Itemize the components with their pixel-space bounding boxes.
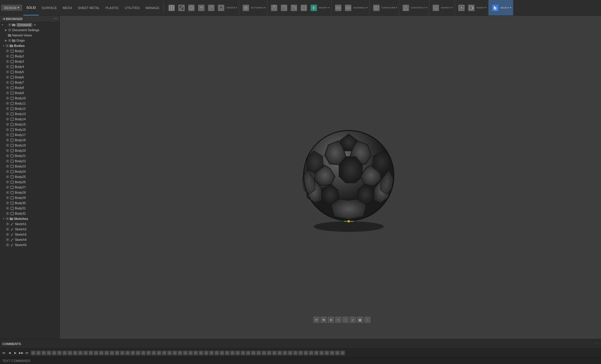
timeline-step-28[interactable] [178, 351, 182, 355]
tree-item-sketch5[interactable]: Sketch5 [0, 242, 59, 248]
joint-button[interactable] [333, 4, 343, 12]
body-eye-icon[interactable] [6, 143, 10, 147]
timeline-step-4[interactable] [52, 351, 57, 355]
tree-item-body6[interactable]: Body6 [0, 75, 59, 80]
timeline-step-19[interactable] [131, 351, 135, 355]
comments-expand-icon[interactable]: ⋯ [595, 342, 599, 346]
extrude-button[interactable] [196, 4, 206, 12]
timeline-step-14[interactable] [104, 351, 109, 355]
timeline-step-38[interactable] [230, 351, 235, 355]
tree-item-body7[interactable]: Body7 [0, 80, 59, 85]
timeline-play-btn[interactable]: ▶ [13, 350, 18, 356]
timeline-step-15[interactable] [110, 351, 114, 355]
timeline-step-48[interactable] [283, 351, 287, 355]
timeline-step-20[interactable] [136, 351, 140, 355]
body-eye-icon[interactable] [6, 86, 10, 90]
root-visibility-icon[interactable] [8, 23, 12, 27]
chamfer-button[interactable] [289, 4, 299, 12]
tree-item-body21[interactable]: Body21 [0, 153, 59, 158]
tree-sketches-folder[interactable]: ▾ Sketches [0, 216, 59, 221]
body-eye-icon[interactable] [6, 149, 10, 153]
browser-tree[interactable]: ▾ [Unsaved] ☀ ▶ Document Settings [0, 22, 59, 339]
orbit-btn[interactable]: ⟳ [313, 317, 320, 323]
timeline-step-9[interactable] [78, 351, 83, 355]
timeline-step-52[interactable] [304, 351, 308, 355]
display-btn[interactable]: ▦ [357, 317, 363, 323]
tree-item-body9[interactable]: Body9 [0, 90, 59, 96]
timeline-step-49[interactable] [288, 351, 292, 355]
tree-item-body30[interactable]: Body30 [0, 200, 59, 206]
tree-item-body17[interactable]: Body17 [0, 132, 59, 137]
timeline-step-31[interactable] [193, 351, 198, 355]
automate-btn1[interactable] [241, 4, 251, 12]
new-component-button[interactable] [167, 4, 177, 12]
tab-plastic[interactable]: PLASTIC [103, 0, 122, 15]
timeline-step-51[interactable] [298, 351, 303, 355]
tree-item-body8[interactable]: Body8 [0, 85, 59, 90]
timeline-step-56[interactable] [325, 351, 329, 355]
select-btn[interactable] [490, 4, 500, 12]
tab-mesh[interactable]: MESH [60, 0, 75, 15]
timeline-step-32[interactable] [199, 351, 203, 355]
configure-btn[interactable] [371, 4, 381, 12]
viewport[interactable]: ⟳ ✥ ⊕ + − ⤢ ▦ ⋮ [60, 16, 601, 339]
timeline-step-42[interactable] [251, 351, 256, 355]
body-eye-icon[interactable] [6, 175, 10, 179]
body-eye-icon[interactable] [6, 80, 10, 84]
timeline-step-35[interactable] [214, 351, 219, 355]
tree-item-sketch4[interactable]: Sketch4 [0, 237, 59, 242]
body-eye-icon[interactable] [6, 70, 10, 74]
timeline-step-33[interactable] [204, 351, 209, 355]
insert-btn1[interactable] [457, 4, 466, 12]
tree-item-body2[interactable]: Body2 [0, 54, 59, 59]
timeline-step-7[interactable] [68, 351, 72, 355]
bodies-expand-icon[interactable]: ▾ [2, 44, 5, 47]
timeline-step-18[interactable] [125, 351, 130, 355]
tree-item-body22[interactable]: Body22 [0, 158, 59, 164]
timeline-step-58[interactable] [335, 351, 340, 355]
timeline-step-54[interactable] [314, 351, 319, 355]
tree-item-body15[interactable]: Body15 [0, 122, 59, 127]
tree-origin[interactable]: ▶ Origin [0, 38, 59, 43]
design-mode-button[interactable]: DESIGN ▾ [1, 5, 22, 11]
tree-item-body23[interactable]: Body23 [0, 164, 59, 169]
timeline-step-11[interactable] [89, 351, 93, 355]
timeline-step-44[interactable] [262, 351, 266, 355]
tree-bodies-folder[interactable]: ▾ Bodies [0, 43, 59, 48]
timeline-step-27[interactable] [172, 351, 177, 355]
hole-button[interactable] [216, 4, 226, 12]
timeline-step-16[interactable] [115, 351, 119, 355]
collapse-icon[interactable]: ◀ [2, 17, 5, 21]
body-eye-icon[interactable] [6, 101, 10, 105]
shell-button[interactable] [299, 4, 309, 12]
move-button[interactable] [309, 4, 319, 12]
tree-item-body31[interactable]: Body31 [0, 206, 59, 211]
body-eye-icon[interactable] [6, 91, 10, 95]
inspect-btn[interactable] [431, 4, 441, 12]
timeline-step-12[interactable] [94, 351, 98, 355]
tree-item-body5[interactable]: Body5 [0, 69, 59, 75]
timeline-step-8[interactable] [73, 351, 77, 355]
timeline-step-37[interactable] [225, 351, 230, 355]
body-eye-icon[interactable] [6, 128, 10, 132]
tree-item-body12[interactable]: Body12 [0, 106, 59, 111]
body-eye-icon[interactable] [6, 59, 10, 63]
timeline-step-26[interactable] [167, 351, 172, 355]
body-eye-icon[interactable] [6, 159, 10, 163]
body-eye-icon[interactable] [6, 138, 10, 142]
timeline-step-46[interactable] [272, 351, 277, 355]
timeline-step-6[interactable] [62, 351, 67, 355]
fillet-button[interactable] [279, 4, 289, 12]
timeline-step-1[interactable] [36, 351, 41, 355]
body-eye-icon[interactable] [6, 190, 10, 195]
tree-named-views[interactable]: Named Views [0, 33, 59, 38]
tree-item-body18[interactable]: Body18 [0, 137, 59, 143]
tree-item-body1[interactable]: Body1 [0, 48, 59, 54]
timeline-step-39[interactable] [235, 351, 240, 355]
body-eye-icon[interactable] [6, 185, 10, 189]
timeline-step-13[interactable] [99, 351, 104, 355]
sketch-eye-icon[interactable] [6, 227, 10, 231]
tree-item-body3[interactable]: Body3 [0, 59, 59, 64]
tree-root-item[interactable]: ▾ [Unsaved] ☀ [0, 22, 59, 27]
insert-btn2[interactable] [466, 4, 476, 12]
